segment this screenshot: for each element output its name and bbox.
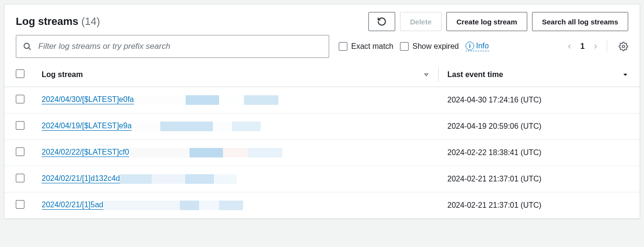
row-actions-cell (614, 192, 640, 219)
log-stream-link[interactable]: 2024/02/21/[1]5ad (42, 201, 103, 210)
row-stream-cell: 2024/02/21/[1]d132c4d (33, 166, 439, 192)
redacted-suffix (120, 174, 237, 184)
sort-desc-icon (423, 72, 429, 78)
row-last-event-cell: 2024-02-22 18:38:41 (UTC) (439, 140, 614, 166)
table-row: 2024/02/22/[$LATEST]cf02024-02-22 18:38:… (4, 140, 640, 166)
pagination: 1 (566, 41, 628, 52)
row-select-checkbox[interactable] (16, 174, 24, 182)
redacted-suffix (134, 95, 278, 105)
search-icon (22, 42, 32, 51)
row-actions-cell (614, 166, 640, 192)
log-stream-link[interactable]: 2024/02/22/[$LATEST]cf0 (42, 148, 129, 157)
row-select-cell (4, 166, 33, 192)
exact-match-option[interactable]: Exact match (339, 42, 393, 51)
row-select-cell (4, 113, 33, 140)
divider (607, 41, 607, 52)
row-stream-cell: 2024/02/21/[1]5ad (33, 192, 439, 219)
redacted-suffix (132, 122, 261, 131)
log-streams-table: Log stream Last event time 2024/04/30/[$… (4, 63, 640, 219)
show-expired-label: Show expired (412, 42, 459, 51)
svg-point-2 (622, 45, 625, 48)
column-header-stream-label: Log stream (42, 70, 83, 79)
refresh-icon (377, 17, 387, 26)
search-wrap (16, 35, 329, 58)
panel-header: Log streams (14) Delete Create log strea… (4, 12, 640, 35)
header-actions: Delete Create log stream Search all log … (368, 12, 628, 31)
row-last-event-cell: 2024-02-21 21:37:01 (UTC) (439, 192, 614, 219)
chevron-right-icon (592, 43, 599, 50)
row-actions-cell (614, 87, 640, 113)
redacted-suffix (103, 201, 243, 210)
prev-page-button[interactable] (566, 43, 573, 50)
next-page-button[interactable] (592, 43, 599, 50)
row-stream-cell: 2024/04/19/[$LATEST]e9a (33, 113, 439, 140)
svg-marker-4 (623, 74, 627, 76)
row-select-cell (4, 192, 33, 219)
column-header-stream[interactable]: Log stream (33, 63, 439, 87)
row-select-checkbox[interactable] (16, 95, 24, 103)
info-link[interactable]: i Info (466, 42, 489, 51)
filter-options: Exact match Show expired i Info (339, 42, 489, 51)
select-all-header (4, 63, 33, 87)
page-title: Log streams (14) (16, 15, 100, 28)
column-header-actions (614, 63, 640, 87)
table-row: 2024/02/21/[1]5ad2024-02-21 21:37:01 (UT… (4, 192, 640, 219)
table-header-row: Log stream Last event time (4, 63, 640, 87)
row-actions-cell (614, 140, 640, 166)
log-streams-panel: Log streams (14) Delete Create log strea… (4, 4, 640, 219)
create-log-stream-button[interactable]: Create log stream (446, 12, 527, 31)
row-select-cell (4, 140, 33, 166)
title-count: (14) (81, 15, 100, 27)
chevron-left-icon (566, 43, 573, 50)
table-row: 2024/02/21/[1]d132c4d2024-02-21 21:37:01… (4, 166, 640, 192)
log-stream-link[interactable]: 2024/02/21/[1]d132c4d (42, 174, 120, 183)
caret-down-icon[interactable] (622, 72, 628, 78)
filter-input[interactable] (16, 35, 329, 58)
search-all-log-streams-button[interactable]: Search all log streams (532, 12, 628, 31)
row-select-checkbox[interactable] (16, 121, 24, 130)
select-all-checkbox[interactable] (16, 69, 24, 78)
svg-line-1 (29, 48, 31, 50)
row-last-event-cell: 2024-04-19 20:59:06 (UTC) (439, 113, 614, 140)
show-expired-checkbox[interactable] (400, 42, 409, 51)
gear-icon (619, 42, 628, 51)
row-stream-cell: 2024/02/22/[$LATEST]cf0 (33, 140, 439, 166)
settings-button[interactable] (619, 42, 628, 51)
row-select-cell (4, 87, 33, 113)
show-expired-option[interactable]: Show expired (400, 42, 459, 51)
log-stream-link[interactable]: 2024/04/30/[$LATEST]e0fa (42, 95, 134, 104)
row-select-checkbox[interactable] (16, 200, 24, 209)
info-icon: i (466, 42, 474, 50)
log-stream-link[interactable]: 2024/04/19/[$LATEST]e9a (42, 122, 132, 131)
title-text: Log streams (16, 15, 78, 27)
delete-button: Delete (400, 12, 442, 31)
column-header-last-event[interactable]: Last event time (439, 63, 614, 87)
row-stream-cell: 2024/04/30/[$LATEST]e0fa (33, 87, 439, 113)
page-number: 1 (580, 42, 585, 51)
filter-row: Exact match Show expired i Info 1 (4, 35, 640, 63)
row-select-checkbox[interactable] (16, 147, 24, 156)
table-row: 2024/04/19/[$LATEST]e9a2024-04-19 20:59:… (4, 113, 640, 140)
column-header-last-event-label: Last event time (447, 70, 503, 79)
redacted-suffix (129, 148, 282, 157)
row-last-event-cell: 2024-04-30 17:24:16 (UTC) (439, 87, 614, 113)
exact-match-checkbox[interactable] (339, 42, 347, 51)
exact-match-label: Exact match (351, 42, 393, 51)
row-last-event-cell: 2024-02-21 21:37:01 (UTC) (439, 166, 614, 192)
refresh-button[interactable] (368, 12, 395, 31)
table-row: 2024/04/30/[$LATEST]e0fa2024-04-30 17:24… (4, 87, 640, 113)
svg-marker-3 (425, 74, 428, 76)
info-label: Info (476, 42, 489, 50)
row-actions-cell (614, 113, 640, 140)
